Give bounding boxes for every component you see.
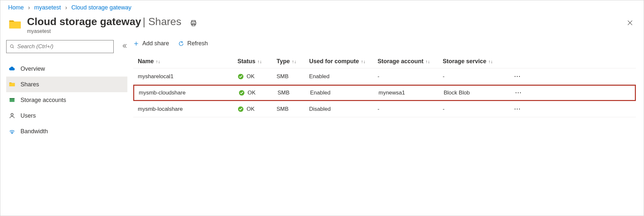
row-menu-icon[interactable]: ··· <box>514 73 521 79</box>
col-compute[interactable]: Used for compute↑↓ <box>309 58 378 65</box>
main-content: Add share Refresh Name↑↓ Status↑↓ Type↑↓… <box>127 34 644 139</box>
collapse-icon[interactable] <box>122 43 127 50</box>
folder-icon <box>8 18 22 31</box>
table-header: Name↑↓ Status↑↓ Type↑↓ Used for compute↑… <box>133 55 636 68</box>
chevron-right-icon: › <box>28 4 30 11</box>
sidebar-item-shares[interactable]: Shares <box>6 77 127 92</box>
sort-icon: ↑↓ <box>425 59 430 64</box>
cell-type: SMB <box>278 90 310 96</box>
cell-status: OK <box>238 90 278 96</box>
page-title: Cloud storage gateway <box>27 16 141 27</box>
sort-icon: ↑↓ <box>257 59 262 64</box>
svg-point-5 <box>10 45 13 48</box>
sidebar-item-label: Bandwidth <box>21 128 48 135</box>
toolbar: Add share Refresh <box>133 40 636 55</box>
sort-icon: ↑↓ <box>156 59 160 64</box>
col-type[interactable]: Type↑↓ <box>277 58 309 65</box>
svg-line-6 <box>13 47 14 48</box>
shares-table: Name↑↓ Status↑↓ Type↑↓ Used for compute↑… <box>133 55 636 117</box>
cell-account: - <box>378 73 443 80</box>
refresh-icon <box>178 41 184 47</box>
cell-account: - <box>378 106 443 112</box>
cell-compute: Enabled <box>309 73 378 80</box>
sidebar-item-label: Overview <box>21 65 45 72</box>
cell-status: OK <box>237 73 277 80</box>
page-header: Cloud storage gateway | Shares myasetest <box>0 14 644 34</box>
bandwidth-icon <box>8 128 16 135</box>
search-field[interactable] <box>17 43 110 50</box>
cell-compute: Enabled <box>310 90 379 96</box>
row-menu-icon[interactable]: ··· <box>514 106 521 112</box>
col-service[interactable]: Storage service↑↓ <box>443 58 505 65</box>
svg-rect-8 <box>10 98 15 99</box>
sidebar-nav: Overview Shares Storage accounts Users B… <box>6 61 127 139</box>
svg-point-9 <box>11 113 13 116</box>
row-menu-icon[interactable]: ··· <box>515 90 522 96</box>
cell-type: SMB <box>277 73 309 80</box>
cell-service: - <box>443 106 505 112</box>
sidebar-item-overview[interactable]: Overview <box>6 61 127 77</box>
add-share-label: Add share <box>142 40 169 47</box>
ok-icon <box>238 90 245 96</box>
add-share-button[interactable]: Add share <box>133 40 169 47</box>
sort-icon: ↑↓ <box>361 59 365 64</box>
col-account[interactable]: Storage account↑↓ <box>378 58 443 65</box>
page-subtitle: | Shares <box>143 16 181 27</box>
table-row[interactable]: mysmb-localshareOKSMBDisabled--··· <box>133 101 636 117</box>
resource-name: myasetest <box>27 28 181 34</box>
sort-icon: ↑↓ <box>292 59 296 64</box>
search-input[interactable] <box>6 40 114 53</box>
sort-icon: ↑↓ <box>488 59 493 64</box>
plus-icon <box>133 41 139 47</box>
cell-name: mysmb-cloudshare <box>134 90 238 96</box>
breadcrumb-section[interactable]: Cloud storage gateway <box>71 4 131 11</box>
sidebar-item-bandwidth[interactable]: Bandwidth <box>6 123 127 139</box>
breadcrumb-home[interactable]: Home <box>8 4 24 11</box>
col-name[interactable]: Name↑↓ <box>133 58 237 65</box>
col-status[interactable]: Status↑↓ <box>237 58 277 65</box>
close-icon[interactable] <box>624 17 636 31</box>
print-icon[interactable] <box>190 20 197 28</box>
ok-icon <box>237 73 244 80</box>
cell-compute: Disabled <box>309 106 378 112</box>
cell-account: mynewsa1 <box>379 90 444 96</box>
refresh-label: Refresh <box>187 40 208 47</box>
sidebar: Overview Shares Storage accounts Users B… <box>0 34 127 139</box>
cell-type: SMB <box>277 106 309 112</box>
user-icon <box>8 112 16 119</box>
storage-icon <box>8 97 16 103</box>
refresh-button[interactable]: Refresh <box>178 40 208 47</box>
sidebar-item-label: Shares <box>21 81 39 88</box>
cell-status: OK <box>237 106 277 112</box>
cell-service: Block Blob <box>444 90 506 96</box>
ok-icon <box>237 106 244 112</box>
svg-rect-2 <box>192 24 195 26</box>
sidebar-item-users[interactable]: Users <box>6 108 127 123</box>
breadcrumb-resource[interactable]: myasetest <box>34 4 61 11</box>
folder-icon <box>8 81 16 88</box>
cell-service: - <box>443 73 505 80</box>
chevron-right-icon: › <box>65 4 67 11</box>
cell-name: mysmb-localshare <box>133 106 237 112</box>
svg-point-10 <box>12 133 13 134</box>
table-row[interactable]: mysmb-cloudshareOKSMBEnabledmynewsa1Bloc… <box>133 85 636 101</box>
table-row[interactable]: mysharelocal1OKSMBEnabled--··· <box>133 68 636 85</box>
search-icon <box>10 44 15 49</box>
sidebar-item-label: Users <box>21 112 36 119</box>
cloud-icon <box>8 65 16 72</box>
sidebar-item-label: Storage accounts <box>21 97 66 104</box>
breadcrumb: Home › myasetest › Cloud storage gateway <box>0 0 644 14</box>
sidebar-item-storage-accounts[interactable]: Storage accounts <box>6 92 127 108</box>
cell-name: mysharelocal1 <box>133 73 237 80</box>
